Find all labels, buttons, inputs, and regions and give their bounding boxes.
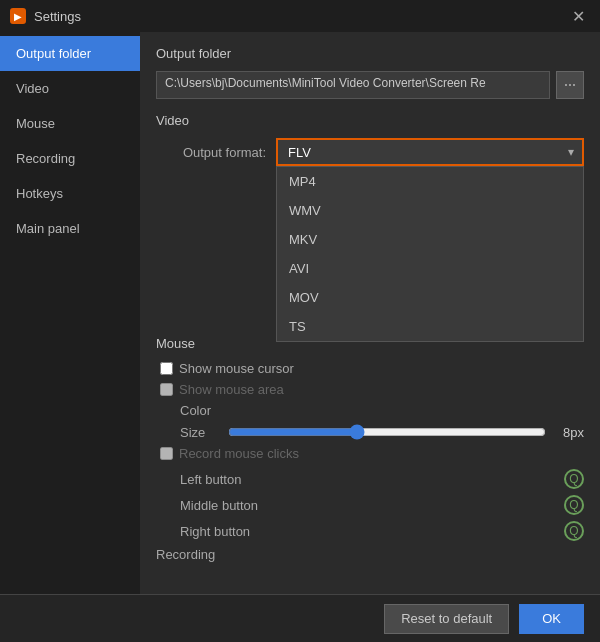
video-section: Video Output format: FLV ▾ MP4 WMV MKV	[156, 113, 584, 166]
sidebar-item-output-folder[interactable]: Output folder	[0, 36, 140, 71]
format-option-mkv[interactable]: MKV	[277, 225, 583, 254]
color-label: Color	[180, 403, 240, 418]
show-cursor-checkbox[interactable]	[160, 362, 173, 375]
show-cursor-row: Show mouse cursor	[156, 361, 584, 376]
sidebar-item-video[interactable]: Video	[0, 71, 140, 106]
sidebar-item-hotkeys[interactable]: Hotkeys	[0, 176, 140, 211]
output-format-dropdown[interactable]: FLV ▾ MP4 WMV MKV AVI MOV TS	[276, 138, 584, 166]
show-area-row: Show mouse area	[156, 382, 584, 397]
dropdown-arrow-icon: ▾	[568, 145, 574, 159]
format-option-avi[interactable]: AVI	[277, 254, 583, 283]
footer: Reset to default OK	[0, 594, 600, 642]
middle-button-row: Middle button Q	[156, 495, 584, 515]
window-title: Settings	[34, 9, 558, 24]
close-button[interactable]: ✕	[566, 4, 590, 28]
right-button-row: Right button Q	[156, 521, 584, 541]
dropdown-selected[interactable]: FLV ▾	[276, 138, 584, 166]
format-option-mov[interactable]: MOV	[277, 283, 583, 312]
browse-button[interactable]: ⋯	[556, 71, 584, 99]
output-folder-title: Output folder	[156, 46, 584, 61]
show-cursor-label: Show mouse cursor	[179, 361, 294, 376]
output-folder-row: C:\Users\bj\Documents\MiniTool Video Con…	[156, 71, 584, 99]
size-value: 8px	[554, 425, 584, 440]
sidebar-item-recording[interactable]: Recording	[0, 141, 140, 176]
middle-button-icon: Q	[564, 495, 584, 515]
record-clicks-row: Record mouse clicks	[156, 446, 584, 461]
folder-path: C:\Users\bj\Documents\MiniTool Video Con…	[156, 71, 550, 99]
recording-section-label: Recording	[156, 547, 584, 562]
right-button-label: Right button	[180, 524, 250, 539]
title-bar: ▶ Settings ✕	[0, 0, 600, 32]
sidebar-item-main-panel[interactable]: Main panel	[0, 211, 140, 246]
size-label: Size	[180, 425, 220, 440]
show-area-label: Show mouse area	[179, 382, 284, 397]
dropdown-menu: MP4 WMV MKV AVI MOV TS	[276, 166, 584, 342]
ok-button[interactable]: OK	[519, 604, 584, 634]
sidebar-item-mouse[interactable]: Mouse	[0, 106, 140, 141]
left-button-row: Left button Q	[156, 469, 584, 489]
record-clicks-checkbox[interactable]	[160, 447, 173, 460]
format-option-mp4[interactable]: MP4	[277, 167, 583, 196]
size-slider[interactable]	[228, 424, 546, 440]
format-option-wmv[interactable]: WMV	[277, 196, 583, 225]
left-button-icon: Q	[564, 469, 584, 489]
size-row: Size 8px	[156, 424, 584, 440]
main-area: Output folder Video Mouse Recording Hotk…	[0, 32, 600, 594]
middle-button-label: Middle button	[180, 498, 258, 513]
show-area-checkbox[interactable]	[160, 383, 173, 396]
left-button-label: Left button	[180, 472, 241, 487]
output-format-row: Output format: FLV ▾ MP4 WMV MKV AVI MOV	[156, 138, 584, 166]
mouse-section: Mouse Show mouse cursor Show mouse area …	[156, 336, 584, 562]
output-format-label: Output format:	[156, 145, 276, 160]
settings-window: ▶ Settings ✕ Output folder Video Mouse R…	[0, 0, 600, 642]
sidebar: Output folder Video Mouse Recording Hotk…	[0, 32, 140, 594]
format-option-ts[interactable]: TS	[277, 312, 583, 341]
color-row: Color	[156, 403, 584, 418]
content-area: Output folder C:\Users\bj\Documents\Mini…	[140, 32, 600, 594]
app-icon: ▶	[10, 8, 26, 24]
record-clicks-label: Record mouse clicks	[179, 446, 299, 461]
video-section-title: Video	[156, 113, 584, 128]
reset-button[interactable]: Reset to default	[384, 604, 509, 634]
right-button-icon: Q	[564, 521, 584, 541]
